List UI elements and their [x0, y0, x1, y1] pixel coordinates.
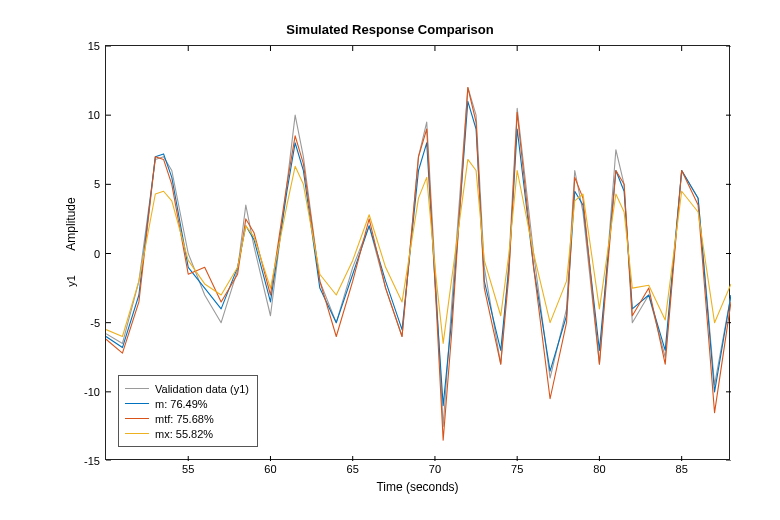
legend-label: mx: 55.82%	[155, 428, 213, 440]
plot-area[interactable]: Validation data (y1)m: 76.49%mtf: 75.68%…	[105, 45, 730, 460]
x-tick-label: 55	[182, 459, 194, 475]
legend-label: Validation data (y1)	[155, 383, 249, 395]
legend-swatch	[125, 388, 149, 389]
y-axis-sublabel: y1	[65, 275, 77, 287]
y-tick-label: 15	[88, 40, 106, 52]
y-tick-label: 10	[88, 109, 106, 121]
x-tick-label: 75	[511, 459, 523, 475]
y-tick-label: 0	[94, 248, 106, 260]
legend-label: m: 76.49%	[155, 398, 208, 410]
y-tick-label: -5	[90, 317, 106, 329]
y-tick-label: -10	[84, 386, 106, 398]
x-tick-label: 85	[676, 459, 688, 475]
legend-item[interactable]: mx: 55.82%	[125, 426, 249, 441]
chart-title: Simulated Response Comparison	[0, 22, 780, 37]
figure: { "chart_data": { "type": "line", "title…	[0, 0, 780, 520]
legend-swatch	[125, 433, 149, 434]
legend-item[interactable]: m: 76.49%	[125, 396, 249, 411]
y-tick-label: -15	[84, 455, 106, 467]
x-axis-label: Time (seconds)	[376, 480, 458, 494]
legend-item[interactable]: Validation data (y1)	[125, 381, 249, 396]
x-tick-label: 60	[264, 459, 276, 475]
legend-item[interactable]: mtf: 75.68%	[125, 411, 249, 426]
x-tick-label: 70	[429, 459, 441, 475]
legend-swatch	[125, 418, 149, 419]
y-axis-label-group: Amplitude y1	[44, 217, 97, 287]
legend-swatch	[125, 403, 149, 404]
x-tick-label: 65	[347, 459, 359, 475]
y-tick-label: 5	[94, 178, 106, 190]
legend[interactable]: Validation data (y1)m: 76.49%mtf: 75.68%…	[118, 375, 258, 447]
x-tick-label: 80	[593, 459, 605, 475]
legend-label: mtf: 75.68%	[155, 413, 214, 425]
y-axis-label: Amplitude	[64, 197, 78, 250]
